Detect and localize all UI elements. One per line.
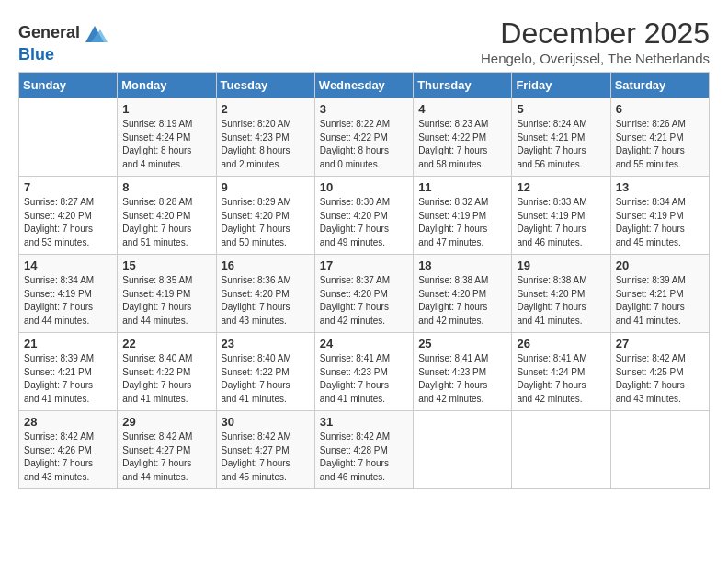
calendar-week-row: 28Sunrise: 8:42 AMSunset: 4:26 PMDayligh… — [19, 411, 710, 489]
calendar-week-row: 1Sunrise: 8:19 AMSunset: 4:24 PMDaylight… — [19, 98, 710, 177]
cell-info: Sunrise: 8:30 AMSunset: 4:20 PMDaylight:… — [320, 196, 408, 249]
cell-info: Sunrise: 8:27 AMSunset: 4:20 PMDaylight:… — [24, 196, 112, 249]
day-number: 20 — [616, 259, 704, 272]
calendar-cell: 24Sunrise: 8:41 AMSunset: 4:23 PMDayligh… — [314, 333, 413, 411]
day-number: 25 — [418, 337, 506, 350]
calendar-cell: 4Sunrise: 8:23 AMSunset: 4:22 PMDaylight… — [414, 98, 512, 177]
calendar-cell: 2Sunrise: 8:20 AMSunset: 4:23 PMDaylight… — [216, 98, 314, 177]
calendar-cell: 31Sunrise: 8:42 AMSunset: 4:28 PMDayligh… — [314, 411, 413, 489]
day-number: 18 — [418, 259, 506, 272]
day-number: 11 — [418, 180, 506, 194]
calendar-body: 1Sunrise: 8:19 AMSunset: 4:24 PMDaylight… — [19, 98, 710, 489]
header-cell-tuesday: Tuesday — [216, 73, 314, 98]
calendar-table: SundayMondayTuesdayWednesdayThursdayFrid… — [18, 72, 710, 489]
cell-info: Sunrise: 8:34 AMSunset: 4:19 PMDaylight:… — [24, 274, 112, 327]
calendar-cell: 16Sunrise: 8:36 AMSunset: 4:20 PMDayligh… — [216, 255, 314, 333]
day-number: 14 — [24, 259, 112, 272]
day-number: 21 — [24, 337, 112, 350]
cell-info: Sunrise: 8:37 AMSunset: 4:20 PMDaylight:… — [320, 274, 408, 327]
cell-info: Sunrise: 8:38 AMSunset: 4:20 PMDaylight:… — [517, 274, 605, 327]
header-cell-monday: Monday — [118, 73, 216, 98]
day-number: 9 — [222, 180, 310, 194]
cell-info: Sunrise: 8:26 AMSunset: 4:21 PMDaylight:… — [616, 118, 704, 171]
calendar-cell: 22Sunrise: 8:40 AMSunset: 4:22 PMDayligh… — [118, 333, 216, 411]
cell-info: Sunrise: 8:35 AMSunset: 4:19 PMDaylight:… — [122, 274, 210, 327]
calendar-cell: 28Sunrise: 8:42 AMSunset: 4:26 PMDayligh… — [19, 411, 118, 489]
cell-info: Sunrise: 8:41 AMSunset: 4:24 PMDaylight:… — [517, 352, 605, 406]
header-cell-wednesday: Wednesday — [314, 73, 413, 98]
calendar-cell: 9Sunrise: 8:29 AMSunset: 4:20 PMDaylight… — [216, 177, 314, 255]
header-cell-friday: Friday — [512, 73, 610, 98]
cell-info: Sunrise: 8:33 AMSunset: 4:19 PMDaylight:… — [517, 196, 605, 249]
header-cell-thursday: Thursday — [414, 73, 512, 98]
cell-info: Sunrise: 8:41 AMSunset: 4:23 PMDaylight:… — [418, 352, 506, 406]
calendar-cell: 13Sunrise: 8:34 AMSunset: 4:19 PMDayligh… — [610, 177, 709, 255]
day-number: 8 — [122, 180, 210, 194]
day-number: 17 — [320, 259, 408, 272]
day-number: 5 — [517, 102, 605, 116]
header-cell-saturday: Saturday — [610, 73, 709, 98]
title-area: December 2025 Hengelo, Overijssel, The N… — [481, 17, 710, 66]
cell-info: Sunrise: 8:39 AMSunset: 4:21 PMDaylight:… — [24, 352, 112, 406]
cell-info: Sunrise: 8:42 AMSunset: 4:27 PMDaylight:… — [122, 431, 210, 484]
calendar-cell: 7Sunrise: 8:27 AMSunset: 4:20 PMDaylight… — [19, 177, 118, 255]
day-number: 13 — [616, 180, 704, 194]
calendar-cell: 3Sunrise: 8:22 AMSunset: 4:22 PMDaylight… — [314, 98, 413, 177]
cell-info: Sunrise: 8:23 AMSunset: 4:22 PMDaylight:… — [418, 118, 506, 171]
day-number: 3 — [320, 102, 408, 116]
calendar-cell: 6Sunrise: 8:26 AMSunset: 4:21 PMDaylight… — [610, 98, 709, 177]
calendar-cell: 29Sunrise: 8:42 AMSunset: 4:27 PMDayligh… — [118, 411, 216, 489]
calendar-cell: 18Sunrise: 8:38 AMSunset: 4:20 PMDayligh… — [414, 255, 512, 333]
calendar-cell: 11Sunrise: 8:32 AMSunset: 4:19 PMDayligh… — [414, 177, 512, 255]
day-number: 15 — [122, 259, 210, 272]
cell-info: Sunrise: 8:19 AMSunset: 4:24 PMDaylight:… — [122, 118, 210, 171]
cell-info: Sunrise: 8:28 AMSunset: 4:20 PMDaylight:… — [122, 196, 210, 249]
calendar-cell: 10Sunrise: 8:30 AMSunset: 4:20 PMDayligh… — [314, 177, 413, 255]
day-number: 12 — [517, 180, 605, 194]
logo-blue: Blue — [18, 45, 54, 63]
calendar-cell — [512, 411, 610, 489]
month-title: December 2025 — [481, 17, 710, 51]
calendar-cell: 25Sunrise: 8:41 AMSunset: 4:23 PMDayligh… — [414, 333, 512, 411]
day-number: 23 — [222, 337, 310, 350]
day-number: 16 — [222, 259, 310, 272]
day-number: 24 — [320, 337, 408, 350]
calendar-cell — [414, 411, 512, 489]
calendar-cell: 8Sunrise: 8:28 AMSunset: 4:20 PMDaylight… — [118, 177, 216, 255]
day-number: 10 — [320, 180, 408, 194]
calendar-cell: 12Sunrise: 8:33 AMSunset: 4:19 PMDayligh… — [512, 177, 610, 255]
calendar-cell: 17Sunrise: 8:37 AMSunset: 4:20 PMDayligh… — [314, 255, 413, 333]
cell-info: Sunrise: 8:41 AMSunset: 4:23 PMDaylight:… — [320, 352, 408, 406]
logo: General Blue — [18, 20, 108, 64]
calendar-cell: 5Sunrise: 8:24 AMSunset: 4:21 PMDaylight… — [512, 98, 610, 177]
cell-info: Sunrise: 8:38 AMSunset: 4:20 PMDaylight:… — [418, 274, 506, 327]
calendar-cell: 26Sunrise: 8:41 AMSunset: 4:24 PMDayligh… — [512, 333, 610, 411]
cell-info: Sunrise: 8:42 AMSunset: 4:26 PMDaylight:… — [24, 431, 112, 484]
calendar-cell: 20Sunrise: 8:39 AMSunset: 4:21 PMDayligh… — [610, 255, 709, 333]
calendar-week-row: 14Sunrise: 8:34 AMSunset: 4:19 PMDayligh… — [19, 255, 710, 333]
day-number: 31 — [320, 415, 408, 429]
day-number: 4 — [418, 102, 506, 116]
cell-info: Sunrise: 8:32 AMSunset: 4:19 PMDaylight:… — [418, 196, 506, 249]
cell-info: Sunrise: 8:39 AMSunset: 4:21 PMDaylight:… — [616, 274, 704, 327]
header-cell-sunday: Sunday — [19, 73, 118, 98]
day-number: 27 — [616, 337, 704, 350]
cell-info: Sunrise: 8:22 AMSunset: 4:22 PMDaylight:… — [320, 118, 408, 171]
calendar-week-row: 7Sunrise: 8:27 AMSunset: 4:20 PMDaylight… — [19, 177, 710, 255]
day-number: 1 — [122, 102, 210, 116]
day-number: 6 — [616, 102, 704, 116]
cell-info: Sunrise: 8:40 AMSunset: 4:22 PMDaylight:… — [222, 352, 310, 406]
logo-icon — [82, 20, 108, 46]
calendar-cell: 19Sunrise: 8:38 AMSunset: 4:20 PMDayligh… — [512, 255, 610, 333]
location-title: Hengelo, Overijssel, The Netherlands — [481, 51, 710, 66]
cell-info: Sunrise: 8:29 AMSunset: 4:20 PMDaylight:… — [222, 196, 310, 249]
calendar-cell: 27Sunrise: 8:42 AMSunset: 4:25 PMDayligh… — [610, 333, 709, 411]
day-number: 22 — [122, 337, 210, 350]
calendar-header-row: SundayMondayTuesdayWednesdayThursdayFrid… — [19, 73, 710, 98]
calendar-cell: 15Sunrise: 8:35 AMSunset: 4:19 PMDayligh… — [118, 255, 216, 333]
day-number: 19 — [517, 259, 605, 272]
calendar-cell: 14Sunrise: 8:34 AMSunset: 4:19 PMDayligh… — [19, 255, 118, 333]
cell-info: Sunrise: 8:42 AMSunset: 4:27 PMDaylight:… — [222, 431, 310, 484]
calendar-cell: 30Sunrise: 8:42 AMSunset: 4:27 PMDayligh… — [216, 411, 314, 489]
cell-info: Sunrise: 8:40 AMSunset: 4:22 PMDaylight:… — [122, 352, 210, 406]
